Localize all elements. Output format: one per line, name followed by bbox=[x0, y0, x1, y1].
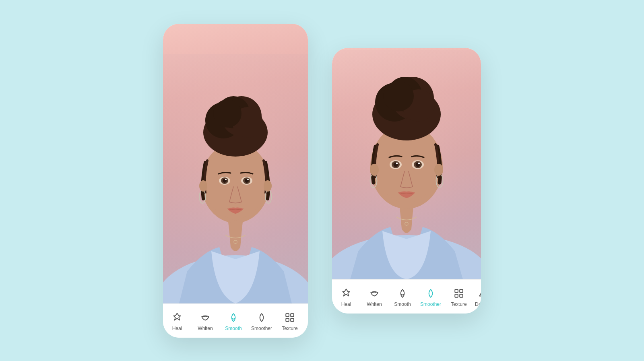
tool-heal-left[interactable]: Heal bbox=[163, 309, 191, 334]
tool-texture-right[interactable]: Texture bbox=[445, 285, 473, 309]
tool-smoother-right[interactable]: Smoother bbox=[417, 285, 445, 309]
svg-point-20 bbox=[199, 180, 207, 192]
svg-rect-22 bbox=[286, 314, 289, 317]
svg-point-35 bbox=[383, 81, 414, 111]
svg-point-46 bbox=[370, 164, 379, 176]
texture-label-left: Texture bbox=[282, 326, 297, 331]
tool-whiten-right[interactable]: Whiten bbox=[360, 285, 388, 309]
phone-left: Heal Whiten Smooth bbox=[163, 24, 308, 338]
tool-detail-left[interactable]: Deta… bbox=[304, 309, 308, 334]
svg-point-39 bbox=[396, 162, 398, 164]
svg-rect-51 bbox=[460, 294, 463, 297]
whiten-icon-right bbox=[369, 288, 380, 299]
photo-background-left bbox=[163, 24, 308, 303]
svg-rect-25 bbox=[291, 318, 294, 322]
smoother-icon-left bbox=[256, 312, 267, 323]
texture-label-right: Texture bbox=[451, 301, 466, 307]
svg-rect-49 bbox=[460, 289, 463, 293]
tool-texture-left[interactable]: Texture bbox=[276, 309, 304, 334]
photo-area-right bbox=[332, 48, 481, 279]
detail-label-right: Detai… bbox=[475, 301, 481, 307]
heal-icon-right bbox=[341, 288, 352, 299]
tool-smoother-left[interactable]: Smoother bbox=[248, 309, 276, 334]
svg-rect-50 bbox=[455, 294, 458, 297]
phone-right: Heal Whiten Smooth bbox=[332, 48, 481, 314]
whiten-label-left: Whiten bbox=[198, 326, 213, 331]
svg-point-21 bbox=[264, 180, 272, 192]
tool-smooth-right[interactable]: Smooth bbox=[388, 285, 417, 309]
whiten-icon-left bbox=[200, 312, 211, 323]
smooth-icon-left bbox=[228, 312, 239, 323]
detail-icon-right bbox=[477, 288, 481, 299]
tool-detail-right[interactable]: Detai… bbox=[473, 285, 481, 309]
heal-icon-left bbox=[171, 312, 183, 323]
svg-point-13 bbox=[225, 179, 227, 180]
svg-point-43 bbox=[418, 162, 420, 164]
tool-smooth-left[interactable]: Smooth bbox=[219, 309, 248, 334]
smoother-label-left: Smoother bbox=[251, 326, 272, 331]
smooth-label-left: Smooth bbox=[225, 326, 242, 331]
smoother-label-right: Smoother bbox=[420, 301, 441, 307]
toolbar-left: Heal Whiten Smooth bbox=[163, 303, 308, 338]
svg-rect-48 bbox=[455, 289, 458, 293]
whiten-label-right: Whiten bbox=[367, 301, 382, 307]
svg-rect-23 bbox=[291, 314, 294, 317]
smoother-icon-right bbox=[425, 288, 436, 299]
heal-label-right: Heal bbox=[341, 301, 351, 307]
tool-heal-right[interactable]: Heal bbox=[332, 285, 360, 309]
photo-background-right bbox=[332, 48, 481, 279]
detail-label-left: Deta… bbox=[306, 326, 308, 331]
tool-whiten-left[interactable]: Whiten bbox=[191, 309, 219, 334]
texture-icon-right bbox=[453, 288, 464, 299]
svg-point-47 bbox=[434, 164, 443, 176]
heal-label-left: Heal bbox=[172, 326, 182, 331]
svg-point-9 bbox=[213, 99, 242, 128]
smooth-label-right: Smooth bbox=[394, 301, 411, 307]
texture-icon-left bbox=[284, 312, 295, 323]
svg-point-17 bbox=[247, 179, 249, 180]
photo-area-left bbox=[163, 24, 308, 303]
svg-rect-24 bbox=[286, 318, 289, 322]
toolbar-right: Heal Whiten Smooth bbox=[332, 279, 481, 314]
smooth-icon-right bbox=[397, 288, 408, 299]
